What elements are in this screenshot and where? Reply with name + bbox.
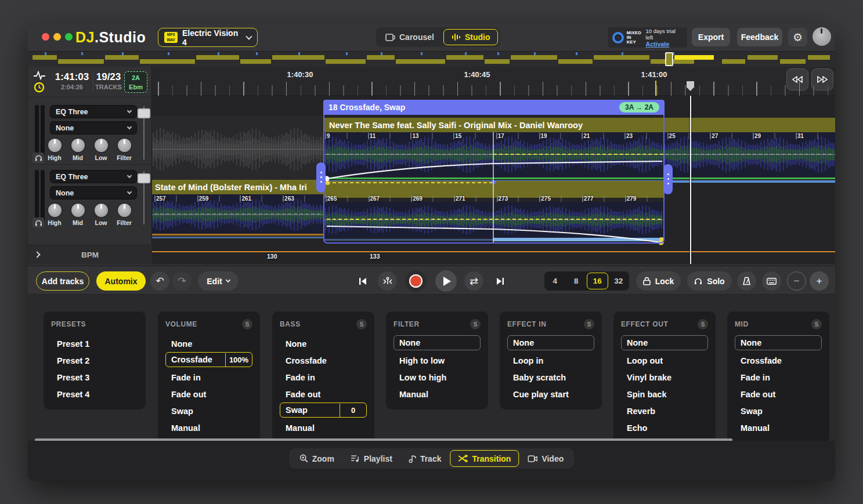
volume-automation-top[interactable] xyxy=(327,161,662,179)
option-none[interactable]: None xyxy=(165,335,252,352)
record-button[interactable] xyxy=(405,270,427,292)
deck-1-volume-slider[interactable] xyxy=(138,108,150,118)
skip-end-button[interactable] xyxy=(490,271,510,291)
split-button[interactable] xyxy=(378,271,397,291)
master-volume-knob[interactable] xyxy=(813,27,831,46)
deck-1-cue-button[interactable] xyxy=(33,153,44,163)
transition-right-handle[interactable] xyxy=(663,164,673,194)
minimap-active-segment[interactable] xyxy=(674,55,714,60)
option-crossfade[interactable]: Crossfade100% xyxy=(165,352,252,367)
clock-icon[interactable] xyxy=(34,82,45,93)
play-button[interactable] xyxy=(435,270,457,292)
export-button[interactable]: Export xyxy=(692,28,730,46)
sync-badge[interactable]: S xyxy=(242,319,252,329)
deck-2-high-knob[interactable] xyxy=(47,202,63,218)
deck-1-eq-select[interactable]: EQ Three xyxy=(50,105,137,118)
tab-studio[interactable]: Studio xyxy=(443,29,499,45)
activate-link[interactable]: Activate xyxy=(646,41,683,48)
minimap-segment[interactable] xyxy=(722,59,745,64)
undo-button[interactable]: ↶ xyxy=(150,271,169,291)
grid-size-32[interactable]: 32 xyxy=(608,273,630,289)
fast-forward-button[interactable] xyxy=(811,68,833,90)
minimap-segment[interactable] xyxy=(326,59,366,64)
deck-2-eq-select[interactable]: EQ Three xyxy=(50,170,137,183)
option-fade-out[interactable]: Fade out xyxy=(735,386,822,403)
option-echo[interactable]: Echo xyxy=(621,419,708,436)
minimap-segment[interactable] xyxy=(105,55,139,60)
timeline-ruler[interactable]: 1:40:30 1:40:45 1:41:00 xyxy=(152,67,835,96)
shortcuts-button[interactable] xyxy=(762,271,781,291)
option-none[interactable]: None xyxy=(507,335,594,350)
option-high-to-low[interactable]: High to low xyxy=(393,352,481,369)
option-swap[interactable]: Swap0 xyxy=(280,403,367,418)
redo-button[interactable]: ↷ xyxy=(172,271,192,291)
feedback-button[interactable]: Feedback xyxy=(737,28,782,46)
grid-size-8[interactable]: 8 xyxy=(566,273,587,289)
deck-2-cue-button[interactable] xyxy=(33,217,44,228)
timeline-minimap[interactable] xyxy=(28,51,835,67)
option-preset-3[interactable]: Preset 3 xyxy=(51,369,138,386)
minimap-segment[interactable] xyxy=(33,55,57,60)
timeline-tracks[interactable]: Never The Same feat. Sally Saifi - Origi… xyxy=(152,96,835,264)
option-cue-play-start[interactable]: Cue play start xyxy=(507,386,594,403)
minimap-segment[interactable] xyxy=(446,55,483,60)
zoom-in-button[interactable]: + xyxy=(810,271,829,291)
playhead[interactable] xyxy=(690,96,691,264)
sync-badge[interactable]: S xyxy=(811,319,822,329)
deck-1-effect-select[interactable]: None xyxy=(50,121,137,135)
volume-automation-bottom[interactable] xyxy=(327,226,661,242)
minimap-segment[interactable] xyxy=(272,55,324,60)
grid-size-16[interactable]: 16 xyxy=(587,273,608,289)
deck-2-low-knob[interactable] xyxy=(93,202,109,218)
deck-1-filter-knob[interactable] xyxy=(117,137,132,153)
zoom-out-button[interactable]: − xyxy=(787,271,806,291)
option-loop-out[interactable]: Loop out xyxy=(621,352,708,369)
minimap-segment[interactable] xyxy=(396,59,445,64)
minimap-segment[interactable] xyxy=(140,59,195,64)
option-swap[interactable]: Swap xyxy=(165,403,252,419)
metronome-button[interactable] xyxy=(737,271,756,291)
edit-menu-button[interactable]: Edit xyxy=(198,271,239,291)
option-none[interactable]: None xyxy=(280,335,367,352)
option-fade-in[interactable]: Fade in xyxy=(280,369,367,386)
sync-badge[interactable]: S xyxy=(470,319,481,329)
transition-header[interactable]: 18 Crossfade, Swap 3A → 2A xyxy=(323,100,665,115)
automix-button[interactable]: Automix xyxy=(96,271,146,291)
minimap-segment[interactable] xyxy=(367,55,395,60)
option-value[interactable]: 0 xyxy=(340,404,366,417)
option-low-to-high[interactable]: Low to high xyxy=(393,369,481,386)
deck-2-volume-slider[interactable] xyxy=(138,173,150,183)
sync-badge[interactable]: S xyxy=(356,319,367,329)
option-fade-out[interactable]: Fade out xyxy=(280,386,367,403)
sync-badge[interactable]: S xyxy=(698,319,708,329)
minimap-segment[interactable] xyxy=(511,55,557,60)
skip-start-button[interactable] xyxy=(353,271,372,291)
option-swap[interactable]: Swap xyxy=(735,403,822,419)
tempo-automation-line[interactable] xyxy=(152,251,835,252)
option-vinyl-brake[interactable]: Vinyl brake xyxy=(621,369,708,386)
option-crossfade[interactable]: Crossfade xyxy=(280,352,367,369)
deck-2-effect-select[interactable]: None xyxy=(50,186,137,200)
option-preset-2[interactable]: Preset 2 xyxy=(51,352,138,369)
option-none[interactable]: None xyxy=(735,335,822,350)
option-preset-4[interactable]: Preset 4 xyxy=(51,386,138,403)
tab-track[interactable]: Track xyxy=(401,450,449,467)
lock-button[interactable]: Lock xyxy=(636,271,681,291)
minimap-segment[interactable] xyxy=(558,59,593,64)
tab-carousel[interactable]: Carousel xyxy=(378,29,442,45)
close-window-button[interactable] xyxy=(42,33,49,41)
minimap-segment[interactable] xyxy=(748,55,778,60)
minimap-segment[interactable] xyxy=(58,59,104,64)
minimap-segment[interactable] xyxy=(485,59,510,64)
deck-1-high-knob[interactable] xyxy=(47,137,63,153)
deck-1-mid-knob[interactable] xyxy=(70,137,86,153)
option-fade-in[interactable]: Fade in xyxy=(165,369,252,386)
option-none[interactable]: None xyxy=(621,335,708,350)
option-manual[interactable]: Manual xyxy=(165,419,252,436)
option-fade-out[interactable]: Fade out xyxy=(165,386,252,403)
add-tracks-button[interactable]: Add tracks xyxy=(36,271,89,291)
sync-badge[interactable]: S xyxy=(584,319,594,329)
option-manual[interactable]: Manual xyxy=(280,419,367,436)
option-fade-in[interactable]: Fade in xyxy=(735,369,822,386)
settings-button[interactable]: ⚙ xyxy=(788,28,807,46)
